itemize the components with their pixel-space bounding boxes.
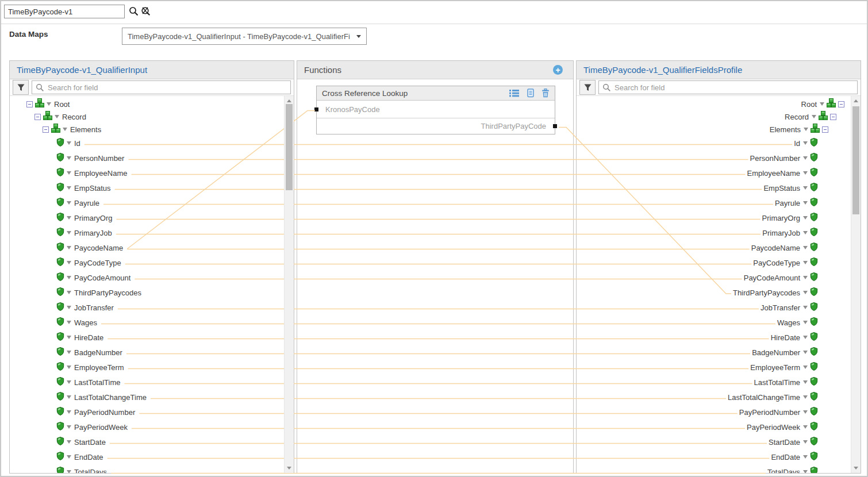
chevron-down-icon[interactable] xyxy=(67,261,71,264)
chevron-down-icon[interactable] xyxy=(67,246,71,249)
copy-icon[interactable] xyxy=(526,89,535,98)
chevron-down-icon[interactable] xyxy=(47,102,51,106)
tree-node-elements[interactable]: Elements xyxy=(10,123,284,136)
field-row-employeename[interactable]: EmployeeName xyxy=(577,166,851,180)
chevron-down-icon[interactable] xyxy=(67,171,71,175)
field-row-payperiodnumber[interactable]: PayPeriodNumber xyxy=(10,405,284,420)
collapse-icon[interactable] xyxy=(43,126,49,133)
chevron-down-icon[interactable] xyxy=(803,380,808,384)
field-row-startdate[interactable]: StartDate xyxy=(577,434,851,449)
function-box-cross-reference-lookup[interactable]: Cross Reference Lookup KronosPayCode Thi… xyxy=(316,86,555,134)
chevron-down-icon[interactable] xyxy=(67,395,71,399)
chevron-down-icon[interactable] xyxy=(803,425,808,429)
chevron-down-icon[interactable] xyxy=(803,231,808,234)
chevron-down-icon[interactable] xyxy=(67,186,71,190)
field-row-paycodename[interactable]: PaycodeName xyxy=(10,240,284,255)
collapse-icon[interactable] xyxy=(26,101,33,107)
destination-scrollbar[interactable] xyxy=(851,96,861,473)
tree-node-record[interactable]: Record xyxy=(10,110,284,123)
field-row-badgenumber[interactable]: BadgeNumber xyxy=(577,345,851,360)
field-row-hiredate[interactable]: HireDate xyxy=(577,330,851,345)
field-row-payrule[interactable]: Payrule xyxy=(577,195,851,210)
chevron-down-icon[interactable] xyxy=(803,261,808,264)
tree-node-record[interactable]: Record xyxy=(577,110,851,123)
field-row-employeeterm[interactable]: EmployeeTerm xyxy=(10,360,284,375)
field-row-enddate[interactable]: EndDate xyxy=(10,449,284,464)
field-row-paycodeamount[interactable]: PayCodeAmount xyxy=(10,270,284,285)
chevron-down-icon[interactable] xyxy=(67,156,71,160)
chevron-down-icon[interactable] xyxy=(67,336,71,339)
scroll-down-icon[interactable] xyxy=(285,464,294,472)
chevron-down-icon[interactable] xyxy=(803,186,808,190)
chevron-down-icon[interactable] xyxy=(803,321,808,324)
chevron-down-icon[interactable] xyxy=(804,128,808,131)
field-row-payperiodweek[interactable]: PayPeriodWeek xyxy=(577,420,851,434)
field-row-payperiodnumber[interactable]: PayPeriodNumber xyxy=(577,405,851,420)
trash-icon[interactable] xyxy=(541,89,550,98)
chevron-down-icon[interactable] xyxy=(67,231,71,234)
scrollbar-thumb[interactable] xyxy=(286,104,293,190)
field-row-primaryorg[interactable]: PrimaryOrg xyxy=(577,210,851,225)
field-row-primaryjob[interactable]: PrimaryJob xyxy=(577,225,851,240)
chevron-down-icon[interactable] xyxy=(67,276,71,279)
field-row-wages[interactable]: Wages xyxy=(577,315,851,330)
field-row-lasttotaltime[interactable]: LastTotalTime xyxy=(10,375,284,390)
function-output-row[interactable]: ThirdPartyPayCode xyxy=(317,118,555,134)
destination-field-search-input[interactable] xyxy=(598,80,858,94)
field-row-jobtransfer[interactable]: JobTransfer xyxy=(10,300,284,315)
scrollbar-thumb[interactable] xyxy=(852,106,859,214)
collapse-icon[interactable] xyxy=(838,101,844,107)
source-scrollbar[interactable] xyxy=(284,96,294,473)
field-row-personnumber[interactable]: PersonNumber xyxy=(577,151,851,166)
function-input-connector[interactable] xyxy=(314,107,318,111)
chevron-down-icon[interactable] xyxy=(803,336,808,339)
component-search-input[interactable] xyxy=(4,5,125,18)
filter-button[interactable] xyxy=(579,80,596,95)
source-field-search-input[interactable] xyxy=(32,80,291,94)
chevron-down-icon[interactable] xyxy=(803,455,808,459)
chevron-down-icon[interactable] xyxy=(803,351,808,354)
chevron-down-icon[interactable] xyxy=(67,201,71,205)
chevron-down-icon[interactable] xyxy=(63,128,67,131)
search-icon[interactable] xyxy=(129,6,139,18)
chevron-down-icon[interactable] xyxy=(67,351,71,354)
field-row-primaryjob[interactable]: PrimaryJob xyxy=(10,225,284,240)
chevron-down-icon[interactable] xyxy=(812,115,816,118)
chevron-down-icon[interactable] xyxy=(803,410,808,414)
tree-node-root[interactable]: Root xyxy=(577,98,851,110)
field-row-paycodeamount[interactable]: PayCodeAmount xyxy=(577,270,851,285)
chevron-down-icon[interactable] xyxy=(67,141,71,145)
field-row-totaldays[interactable]: TotalDays xyxy=(577,464,851,473)
tree-node-elements[interactable]: Elements xyxy=(577,123,851,136)
filter-button[interactable] xyxy=(13,80,29,95)
collapse-icon[interactable] xyxy=(34,114,41,120)
function-output-connector[interactable] xyxy=(553,124,557,128)
tree-node-root[interactable]: Root xyxy=(10,98,284,110)
scroll-down-icon[interactable] xyxy=(851,464,861,472)
function-input-row[interactable]: KronosPayCode xyxy=(317,101,555,118)
field-row-lasttotaltime[interactable]: LastTotalTime xyxy=(577,375,851,390)
field-row-totaldays[interactable]: TotalDays xyxy=(10,464,284,473)
scroll-up-icon[interactable] xyxy=(851,97,861,105)
field-row-empstatus[interactable]: EmpStatus xyxy=(10,180,284,195)
chevron-down-icon[interactable] xyxy=(803,291,808,294)
field-row-thirdpartypaycodes[interactable]: ThirdPartyPaycodes xyxy=(577,285,851,300)
add-function-button[interactable]: + xyxy=(553,65,563,75)
field-row-badgenumber[interactable]: BadgeNumber xyxy=(10,345,284,360)
chevron-down-icon[interactable] xyxy=(803,306,808,309)
field-row-payrule[interactable]: Payrule xyxy=(10,195,284,210)
field-row-enddate[interactable]: EndDate xyxy=(577,449,851,464)
field-row-payperiodweek[interactable]: PayPeriodWeek xyxy=(10,420,284,434)
field-row-employeename[interactable]: EmployeeName xyxy=(10,166,284,180)
chevron-down-icon[interactable] xyxy=(803,470,808,473)
chevron-down-icon[interactable] xyxy=(67,306,71,309)
field-row-id[interactable]: Id xyxy=(577,136,851,151)
field-row-primaryorg[interactable]: PrimaryOrg xyxy=(10,210,284,225)
field-row-empstatus[interactable]: EmpStatus xyxy=(577,180,851,195)
chevron-down-icon[interactable] xyxy=(803,171,808,175)
chevron-down-icon[interactable] xyxy=(55,115,59,118)
field-row-lasttotalchangetime[interactable]: LastTotalChangeTime xyxy=(10,390,284,405)
field-row-hiredate[interactable]: HireDate xyxy=(10,330,284,345)
chevron-down-icon[interactable] xyxy=(803,201,808,205)
clear-search-icon[interactable] xyxy=(141,6,151,18)
